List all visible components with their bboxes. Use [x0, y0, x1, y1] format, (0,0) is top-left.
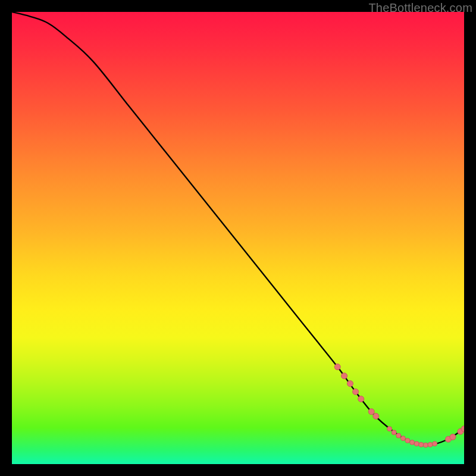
dot-bottom-7 [414, 441, 419, 446]
data-dots [334, 364, 464, 447]
bottleneck-curve [12, 12, 464, 445]
dot-cluster-left-5 [358, 396, 364, 402]
dot-bottom-10 [428, 442, 433, 447]
dot-gap-dot-2 [373, 413, 379, 419]
dot-right-2 [450, 434, 456, 440]
dot-bottom-4 [400, 436, 405, 441]
chart-stage: TheBottleneck.com [0, 0, 476, 476]
dot-cluster-left-3 [347, 381, 353, 387]
dot-bottom-3 [396, 433, 401, 438]
dot-cluster-left-1 [334, 364, 340, 370]
dot-bottom-1 [387, 427, 392, 431]
dot-bottom-11 [433, 441, 437, 446]
dot-bottom-6 [410, 440, 415, 445]
dot-cluster-left-2 [342, 373, 347, 379]
dot-gap-dot-1 [368, 409, 374, 415]
dot-cluster-left-4 [353, 389, 359, 394]
dot-bottom-8 [419, 442, 424, 447]
plot-area [12, 12, 464, 464]
dot-bottom-9 [423, 443, 428, 447]
dot-bottom-2 [392, 430, 396, 435]
chart-overlay [12, 12, 464, 464]
dot-bottom-5 [405, 438, 410, 443]
